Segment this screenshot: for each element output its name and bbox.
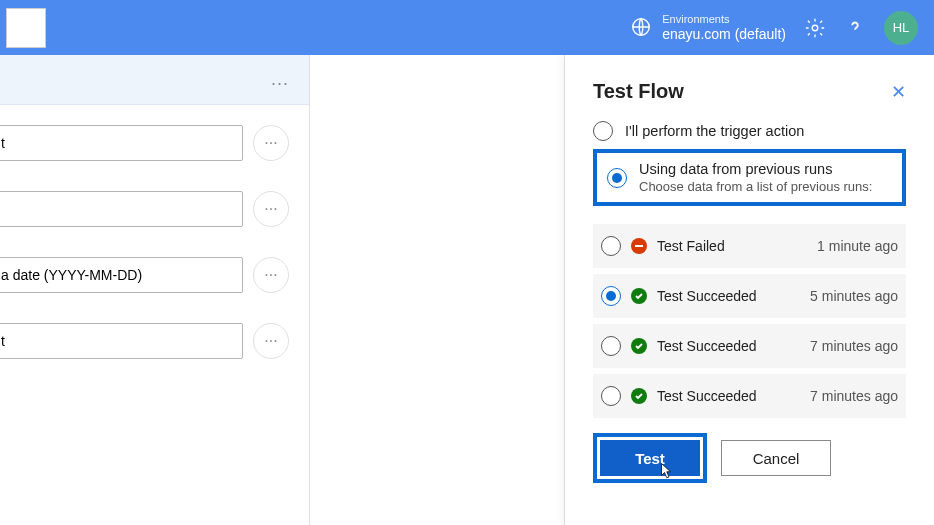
ellipsis-icon[interactable]: ··· — [271, 73, 289, 94]
cursor-icon — [657, 460, 675, 482]
run-time: 5 minutes ago — [810, 288, 898, 304]
status-success-icon — [631, 288, 647, 304]
run-row[interactable]: Test Succeeded7 minutes ago — [593, 374, 906, 418]
run-time: 1 minute ago — [817, 238, 898, 254]
radio-icon — [607, 168, 627, 188]
highlight-box: Test — [593, 433, 707, 483]
field-row: ··· — [0, 125, 309, 161]
status-success-icon — [631, 338, 647, 354]
radio-icon — [601, 386, 621, 406]
run-time: 7 minutes ago — [810, 388, 898, 404]
run-row[interactable]: Test Succeeded7 minutes ago — [593, 324, 906, 368]
field-row: ··· — [0, 191, 309, 227]
radio-label: I'll perform the trigger action — [625, 123, 804, 139]
radio-icon — [601, 336, 621, 356]
test-flow-panel: Test Flow ✕ I'll perform the trigger act… — [564, 55, 934, 525]
top-bar: Environments enayu.com (default) HL — [0, 0, 934, 55]
test-button[interactable]: Test — [600, 440, 700, 476]
radio-option-manual[interactable]: I'll perform the trigger action — [593, 121, 906, 141]
panel-title: Test Flow — [593, 80, 684, 103]
run-row[interactable]: Test Succeeded5 minutes ago — [593, 274, 906, 318]
field-menu-button[interactable]: ··· — [253, 257, 289, 293]
field-menu-button[interactable]: ··· — [253, 125, 289, 161]
left-editor: ··· ··· ··· ··· ··· — [0, 55, 310, 525]
status-fail-icon — [631, 238, 647, 254]
avatar[interactable]: HL — [884, 11, 918, 45]
field-row: ··· — [0, 257, 309, 293]
globe-icon — [630, 16, 652, 38]
runs-list: Test Failed1 minute agoTest Succeeded5 m… — [593, 224, 906, 418]
env-value: enayu.com (default) — [662, 26, 786, 43]
run-label: Test Succeeded — [657, 338, 800, 354]
step-header[interactable]: ··· — [0, 55, 309, 105]
field-input-4[interactable] — [0, 323, 243, 359]
status-success-icon — [631, 388, 647, 404]
run-row[interactable]: Test Failed1 minute ago — [593, 224, 906, 268]
run-time: 7 minutes ago — [810, 338, 898, 354]
field-row: ··· — [0, 323, 309, 359]
env-label: Environments — [662, 13, 786, 26]
field-input-2[interactable] — [0, 191, 243, 227]
run-label: Test Failed — [657, 238, 807, 254]
radio-option-previous[interactable]: Using data from previous runs Choose dat… — [607, 161, 892, 194]
top-left-box — [6, 8, 46, 48]
svg-rect-2 — [635, 245, 643, 247]
field-menu-button[interactable]: ··· — [253, 323, 289, 359]
field-input-1[interactable] — [0, 125, 243, 161]
run-label: Test Succeeded — [657, 288, 800, 304]
radio-icon — [601, 286, 621, 306]
field-input-3[interactable] — [0, 257, 243, 293]
cancel-button[interactable]: Cancel — [721, 440, 831, 476]
svg-point-1 — [812, 25, 818, 31]
radio-label: Using data from previous runs — [639, 161, 872, 177]
run-label: Test Succeeded — [657, 388, 800, 404]
environment-picker[interactable]: Environments enayu.com (default) — [630, 13, 786, 43]
radio-icon — [593, 121, 613, 141]
radio-icon — [601, 236, 621, 256]
top-right: Environments enayu.com (default) HL — [630, 11, 918, 45]
help-icon[interactable] — [844, 17, 866, 39]
close-icon[interactable]: ✕ — [891, 81, 906, 103]
gear-icon[interactable] — [804, 17, 826, 39]
highlight-box: Using data from previous runs Choose dat… — [593, 149, 906, 206]
field-menu-button[interactable]: ··· — [253, 191, 289, 227]
radio-sublabel: Choose data from a list of previous runs… — [639, 179, 872, 194]
button-row: Test Cancel — [593, 433, 906, 483]
